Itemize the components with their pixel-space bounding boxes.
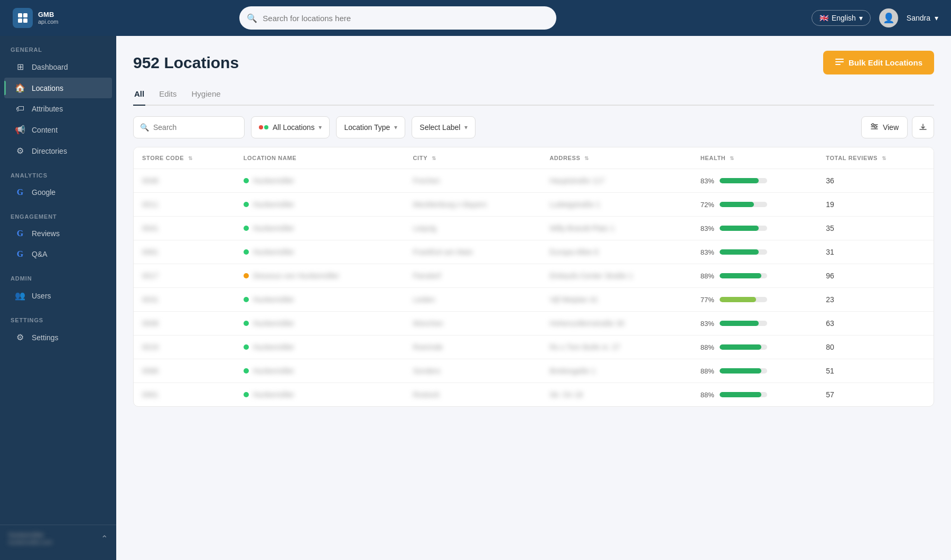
sidebar-section-label-general: GENERAL [0,36,116,56]
location-type-dropdown[interactable]: Location Type ▾ [336,116,405,138]
health-bar-fill [720,249,759,255]
chevron-down-icon: ▾ [394,124,397,131]
cell-location-name: Hunkemöller [235,217,405,240]
location-status-dot [244,392,249,397]
cell-city: Frankfurt am Main [404,240,541,264]
megaphone-icon: 📢 [15,125,25,135]
sidebar-item-label: Content [32,126,58,134]
home-icon: 🏠 [15,83,25,93]
svg-rect-5 [835,61,844,62]
table-row[interactable]: 0031 Hunkemöller Leiden Vijf Meiplan 41 … [134,288,934,312]
bulk-edit-button[interactable]: Bulk Edit Locations [823,51,934,74]
svg-rect-2 [18,18,22,23]
table-row[interactable]: 0011 Hunkemöller Mecklenburg n Bayern Lu… [134,193,934,217]
location-status-dot [244,178,249,183]
cell-health: 83% [692,217,818,240]
download-button[interactable] [912,116,934,138]
cell-total-reviews: 96 [817,264,934,288]
cell-store-code: 0066 [134,359,235,383]
flag-icon: 🇬🇧 [819,14,828,22]
sidebar-section-label-analytics: ANALYTICS [0,162,116,182]
table-row[interactable]: 0046 Hunkemöller Frechen Hauptstraße 117… [134,169,934,193]
select-label-dropdown[interactable]: Select Label ▾ [412,116,476,138]
sidebar-bottom-username: Hunkemöller [8,531,52,539]
chevron-down-icon: ▾ [464,124,468,131]
content-area: 952 Locations Bulk Edit Locations All Ed… [116,36,951,560]
cell-location-name: Hunkemöller [235,312,405,335]
sidebar-item-qanda[interactable]: G Q&A [4,244,112,264]
cell-store-code: 0011 [134,193,235,217]
cell-city: Mecklenburg n Bayern [404,193,541,217]
search-icon: 🔍 [247,13,257,23]
cell-city: Frechen [404,169,541,193]
health-bar-fill [720,226,759,231]
sidebar-bottom-subdomain: hunkemoller.com [8,539,52,545]
cell-address: Vijf Meiplan 41 [541,288,692,312]
sidebar-bottom: Hunkemöller hunkemoller.com ⌃ [0,525,116,552]
table-row[interactable]: 0061 Hunkemöller Frankfurt am Main Europ… [134,240,934,264]
user-menu-button[interactable]: Sandra ▾ [907,14,938,22]
sidebar: GENERAL ⊞ Dashboard 🏠 Locations 🏷 Attrib… [0,36,116,560]
tab-all[interactable]: All [133,85,145,106]
table-row[interactable]: 0017 Dessous von Hunkemöller Parsdorf Ei… [134,264,934,288]
sidebar-item-directories[interactable]: ⚙ Directories [4,141,112,161]
users-icon: 👥 [15,291,25,301]
svg-point-10 [872,124,874,126]
table-row[interactable]: 0041 Hunkemöller Leipzig Willy-Brandt-Pl… [134,217,934,240]
health-percentage: 83% [701,320,714,328]
logo: GMB api.com [13,8,108,28]
sidebar-item-label: Reviews [32,229,60,238]
cell-address: Ludwigstraße 1 [541,193,692,217]
svg-rect-4 [835,59,844,60]
sidebar-collapse-button[interactable]: ⌃ [101,534,108,544]
cell-location-name: Hunkemöller [235,359,405,383]
health-bar-background [720,321,767,326]
health-bar-background [720,392,767,397]
location-filter-label: All Locations [273,123,314,132]
cell-health: 83% [692,240,818,264]
location-filter-dropdown[interactable]: All Locations ▾ [251,116,330,138]
table-row[interactable]: 0019 Hunkemöller Roerinde Ro s Tom Buhk … [134,335,934,359]
cell-health: 77% [692,288,818,312]
cell-address: Breitesgaße 1 [541,359,692,383]
sidebar-item-label: Google [32,188,55,197]
locations-table: STORE CODE ⇅ LOCATION NAME CITY ⇅ ADDRES… [134,147,934,406]
search-filter-input[interactable] [153,123,238,132]
cell-store-code: 0061 [134,240,235,264]
table-row[interactable]: 0008 Hunkemöller München Hohenzollernstr… [134,312,934,335]
sidebar-item-settings[interactable]: ⚙ Settings [4,327,112,348]
cell-address: Europa-Allee 6 [541,240,692,264]
health-bar-background [720,249,767,255]
sidebar-item-attributes[interactable]: 🏷 Attributes [4,99,112,119]
location-name-text: Hunkemöller [253,343,295,351]
cell-store-code: 0019 [134,335,235,359]
health-bar-fill [720,202,754,207]
health-percentage: 83% [701,177,714,185]
col-location-name: LOCATION NAME [235,147,405,169]
table-row[interactable]: 0061 Hunkemöller Rostock Str. On 18 88% … [134,383,934,407]
health-bar-fill [720,392,761,397]
health-percentage: 83% [701,225,714,232]
view-button[interactable]: View [861,116,908,138]
col-store-code: STORE CODE ⇅ [134,147,235,169]
sidebar-item-users[interactable]: 👥 Users [4,285,112,306]
tab-edits[interactable]: Edits [158,85,178,106]
tab-hygiene[interactable]: Hygiene [191,85,222,106]
qanda-google-icon: G [15,249,25,259]
table-header-row: STORE CODE ⇅ LOCATION NAME CITY ⇅ ADDRES… [134,147,934,169]
cell-health: 88% [692,335,818,359]
sidebar-item-dashboard[interactable]: ⊞ Dashboard [4,57,112,77]
sidebar-item-reviews[interactable]: G Reviews [4,223,112,244]
cell-health: 83% [692,169,818,193]
cell-health: 88% [692,383,818,407]
cell-store-code: 0008 [134,312,235,335]
table-row[interactable]: 0066 Hunkemöller Sonders Breitesgaße 1 8… [134,359,934,383]
language-button[interactable]: 🇬🇧 English ▾ [812,10,871,26]
cell-total-reviews: 80 [817,335,934,359]
sidebar-item-content[interactable]: 📢 Content [4,119,112,140]
sidebar-item-google[interactable]: G Google [4,182,112,202]
cell-location-name: Hunkemöller [235,240,405,264]
sidebar-item-label: Users [32,292,51,300]
search-input[interactable] [239,6,556,30]
sidebar-item-locations[interactable]: 🏠 Locations [4,78,112,98]
